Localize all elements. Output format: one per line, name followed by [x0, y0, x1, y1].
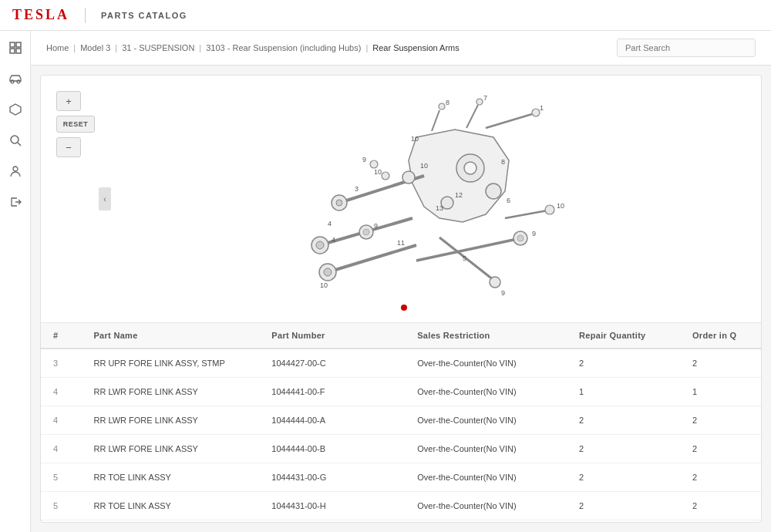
svg-text:3: 3	[355, 185, 359, 193]
svg-text:10: 10	[420, 162, 428, 170]
svg-line-8	[18, 143, 21, 146]
zoom-controls: + RESET −	[56, 91, 95, 157]
svg-rect-3	[16, 49, 21, 53]
cell-sales: Over-the-Counter(No VIN)	[405, 378, 567, 406]
zoom-out-button[interactable]: −	[56, 137, 81, 157]
svg-text:10: 10	[374, 168, 382, 176]
reset-button[interactable]: RESET	[56, 116, 95, 133]
collapse-arrow[interactable]: ‹	[99, 187, 111, 210]
cell-repair-qty: 1	[567, 378, 680, 406]
svg-text:10: 10	[411, 135, 419, 143]
svg-point-16	[336, 200, 342, 206]
cell-partno: 1044444-00-A	[259, 406, 405, 435]
svg-text:9: 9	[532, 230, 536, 237]
app-header: TESLA PARTS CATALOG	[0, 0, 771, 31]
breadcrumb: Home | Model 3 | 31 - SUSPENSION | 3103 …	[46, 43, 460, 52]
svg-point-41	[324, 268, 332, 276]
cell-name: RR TOE LINK ASSY	[81, 492, 259, 520]
table-row[interactable]: 5 RR TOE LINK ASSY 1044431-00-G Over-the…	[41, 463, 761, 492]
cell-sales: Over-the-Counter(No VIN)	[405, 406, 567, 435]
sidebar	[0, 31, 31, 532]
parts-icon[interactable]	[8, 102, 23, 117]
svg-text:7: 7	[483, 94, 487, 102]
tesla-logo: TESLA	[12, 7, 69, 23]
main-layout: Home | Model 3 | 31 - SUSPENSION | 3103 …	[0, 31, 771, 532]
svg-text:10: 10	[320, 281, 328, 289]
grid-icon[interactable]	[8, 40, 23, 56]
breadcrumb-model3[interactable]: Model 3	[80, 43, 110, 52]
svg-point-11	[464, 162, 476, 174]
svg-text:4: 4	[332, 236, 335, 244]
cell-sales: Over-the-Counter(No VIN)	[405, 435, 567, 463]
svg-point-23	[439, 103, 445, 109]
svg-point-26	[476, 99, 483, 105]
svg-point-45	[517, 235, 524, 241]
sub-header: Home | Model 3 | 31 - SUSPENSION | 3103 …	[31, 31, 771, 66]
logo-area: TESLA PARTS CATALOG	[12, 7, 187, 23]
cell-num: 4	[41, 435, 81, 463]
svg-point-12	[486, 184, 501, 199]
col-header-num: #	[41, 323, 81, 348]
table-row[interactable]: 3 RR UPR FORE LINK ASSY, STMP 1044427-00…	[41, 348, 761, 378]
cell-order-qty: 2	[680, 348, 761, 378]
breadcrumb-suspension[interactable]: 31 - SUSPENSION	[122, 43, 194, 52]
table-header-row: # Part Name Part Number Sales Restrictio…	[41, 323, 761, 348]
table-row[interactable]: 4 RR LWR FORE LINK ASSY 1044441-00-F Ove…	[41, 378, 761, 406]
svg-line-39	[328, 245, 416, 272]
cell-name: RR LWR FORE LINK ASSY	[81, 378, 259, 406]
cell-partno: 1044431-00-H	[259, 492, 405, 520]
svg-point-37	[363, 229, 369, 235]
car-icon[interactable]	[8, 71, 23, 86]
cell-repair-qty: 2	[567, 406, 680, 435]
position-indicator	[401, 305, 407, 311]
cell-repair-qty: 2	[567, 492, 680, 520]
cell-name: RR TOE LINK ASSY	[81, 463, 259, 492]
cell-order-qty: 2	[680, 406, 761, 435]
col-header-repair: Repair Quantity	[567, 323, 680, 348]
svg-text:13: 13	[436, 204, 443, 212]
svg-point-48	[490, 277, 500, 288]
col-header-name: Part Name	[81, 323, 259, 348]
svg-rect-2	[10, 49, 15, 53]
svg-line-19	[486, 114, 532, 128]
zoom-in-button[interactable]: +	[56, 91, 81, 111]
breadcrumb-rear-susp[interactable]: 3103 - Rear Suspension (including Hubs)	[206, 43, 361, 52]
breadcrumb-home[interactable]: Home	[46, 43, 69, 52]
cell-num: 5	[41, 463, 81, 492]
user-icon[interactable]	[8, 163, 23, 179]
search-icon[interactable]	[8, 133, 23, 148]
svg-text:9: 9	[501, 289, 505, 297]
cell-order-qty: 1	[680, 378, 761, 406]
col-header-sales: Sales Restriction	[405, 323, 567, 348]
cell-sales: Over-the-Counter(No VIN)	[405, 463, 567, 492]
svg-text:6: 6	[507, 197, 510, 204]
cell-repair-qty: 2	[567, 348, 680, 378]
cell-partno: 1044427-00-C	[259, 348, 405, 378]
cell-name: RR UPR FORE LINK ASSY, STMP	[81, 348, 259, 378]
cell-sales: Over-the-Counter(No VIN)	[405, 492, 567, 520]
svg-point-20	[532, 109, 540, 116]
col-header-order: Order in Q	[680, 323, 761, 348]
table-row[interactable]: 5 RR TOE LINK ASSY 1044431-00-H Over-the…	[41, 492, 761, 520]
svg-line-43	[416, 237, 524, 261]
catalog-label: PARTS CATALOG	[101, 11, 187, 20]
table-row[interactable]: 4 RR LWR FORE LINK ASSY 1044444-00-B Ove…	[41, 435, 761, 463]
logout-icon[interactable]	[8, 194, 23, 210]
cell-partno: 1044444-00-B	[259, 435, 405, 463]
svg-text:11: 11	[397, 239, 405, 247]
cell-name: RR LWR FORE LINK ASSY	[81, 406, 259, 435]
svg-text:8: 8	[501, 158, 505, 166]
cell-name: RR LWR FORE LINK ASSY	[81, 435, 259, 463]
svg-line-25	[466, 105, 478, 128]
svg-point-17	[402, 171, 415, 184]
svg-point-51	[545, 205, 554, 214]
svg-point-34	[316, 241, 324, 249]
part-search-input[interactable]	[617, 39, 756, 57]
svg-point-5	[17, 80, 20, 83]
table-row[interactable]: 4 RR LWR FORE LINK ASSY 1044444-00-A Ove…	[41, 406, 761, 435]
svg-rect-0	[10, 42, 15, 47]
cell-num: 5	[41, 492, 81, 520]
svg-point-9	[13, 167, 18, 171]
cell-partno: 1044431-00-G	[259, 463, 405, 492]
svg-text:1: 1	[540, 104, 544, 112]
